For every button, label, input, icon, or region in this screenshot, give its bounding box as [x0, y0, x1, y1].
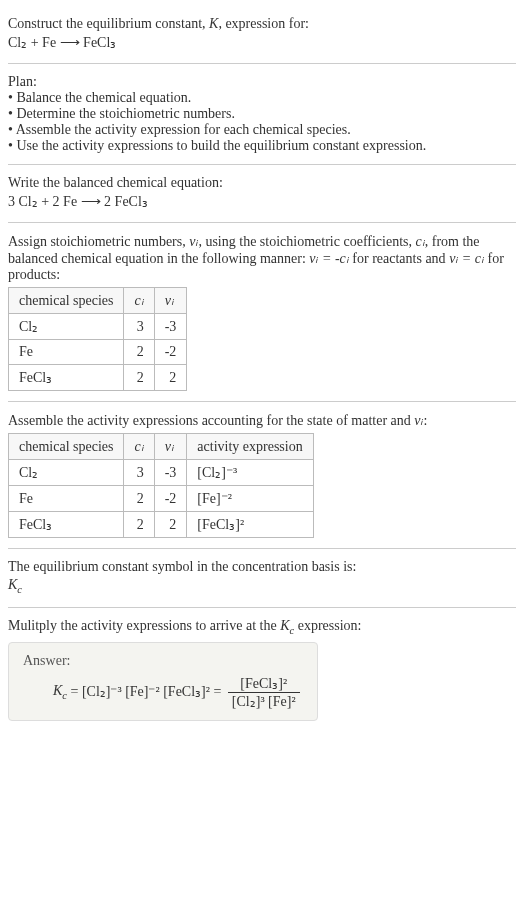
col-species: chemical species: [9, 288, 124, 314]
cell-activity: [Fe]⁻²: [187, 486, 313, 512]
c-symbol: cᵢ: [416, 234, 425, 249]
col-species: chemical species: [9, 434, 124, 460]
cell-species: Fe: [9, 340, 124, 365]
cell-c: 2: [124, 486, 154, 512]
balanced-equation: 3 Cl₂ + 2 Fe ⟶ 2 FeCl₃: [8, 193, 516, 210]
cell-nu: -3: [154, 460, 187, 486]
plan-section: Plan: • Balance the chemical equation. •…: [8, 68, 516, 160]
cell-nu: -2: [154, 340, 187, 365]
table-row: FeCl₃ 2 2 [FeCl₃]²: [9, 512, 314, 538]
fraction-denominator: [Cl₂]³ [Fe]²: [228, 693, 300, 710]
multiply-heading: Mulitply the activity expressions to arr…: [8, 618, 516, 636]
stoich-text: for reactants and: [349, 251, 449, 266]
answer-label: Answer:: [23, 653, 303, 669]
col-nu: νᵢ: [154, 434, 187, 460]
col-activity: activity expression: [187, 434, 313, 460]
divider: [8, 548, 516, 549]
title-prefix: Construct the equilibrium constant,: [8, 16, 209, 31]
table-row: Fe 2 -2 [Fe]⁻²: [9, 486, 314, 512]
nu-symbol: νᵢ: [414, 413, 423, 428]
kc-symbol-section: The equilibrium constant symbol in the c…: [8, 553, 516, 603]
kc-symbol: Kc: [8, 577, 516, 595]
answer-lhs: = [Cl₂]⁻³ [Fe]⁻² [FeCl₃]² =: [67, 683, 225, 698]
balanced-section: Write the balanced chemical equation: 3 …: [8, 169, 516, 218]
divider: [8, 164, 516, 165]
cell-species: Cl₂: [9, 460, 124, 486]
balanced-heading: Write the balanced chemical equation:: [8, 175, 516, 191]
cell-c: 3: [124, 460, 154, 486]
plan-heading: Plan:: [8, 74, 516, 90]
cell-species: Cl₂: [9, 314, 124, 340]
multiply-text: expression:: [294, 618, 361, 633]
activity-text: Assemble the activity expressions accoun…: [8, 413, 414, 428]
cell-species: FeCl₃: [9, 512, 124, 538]
col-nu: νᵢ: [154, 288, 187, 314]
activity-heading: Assemble the activity expressions accoun…: [8, 412, 516, 429]
title-line: Construct the equilibrium constant, K, e…: [8, 16, 516, 32]
divider: [8, 222, 516, 223]
cell-activity: [FeCl₃]²: [187, 512, 313, 538]
cell-activity: [Cl₂]⁻³: [187, 460, 313, 486]
divider: [8, 401, 516, 402]
title-k: K: [209, 16, 218, 31]
cell-nu: -3: [154, 314, 187, 340]
divider: [8, 63, 516, 64]
activity-table: chemical species cᵢ νᵢ activity expressi…: [8, 433, 314, 538]
answer-box: Answer: Kc = [Cl₂]⁻³ [Fe]⁻² [FeCl₃]² = […: [8, 642, 318, 721]
table-row: FeCl₃ 2 2: [9, 365, 187, 391]
plan-item: • Balance the chemical equation.: [8, 90, 516, 106]
table-row: Cl₂ 3 -3: [9, 314, 187, 340]
stoich-heading: Assign stoichiometric numbers, νᵢ, using…: [8, 233, 516, 283]
cell-species: Fe: [9, 486, 124, 512]
unbalanced-equation: Cl₂ + Fe ⟶ FeCl₃: [8, 34, 516, 51]
stoich-table: chemical species cᵢ νᵢ Cl₂ 3 -3 Fe 2 -2 …: [8, 287, 187, 391]
multiply-section: Mulitply the activity expressions to arr…: [8, 612, 516, 727]
stoich-section: Assign stoichiometric numbers, νᵢ, using…: [8, 227, 516, 397]
col-c: cᵢ: [124, 434, 154, 460]
problem-statement: Construct the equilibrium constant, K, e…: [8, 8, 516, 59]
multiply-text: Mulitply the activity expressions to arr…: [8, 618, 280, 633]
table-row: Cl₂ 3 -3 [Cl₂]⁻³: [9, 460, 314, 486]
fraction-numerator: [FeCl₃]²: [228, 675, 300, 693]
divider: [8, 607, 516, 608]
activity-text: :: [424, 413, 428, 428]
table-row: Fe 2 -2: [9, 340, 187, 365]
relation: νᵢ = cᵢ: [449, 251, 484, 266]
title-suffix: , expression for:: [218, 16, 309, 31]
answer-expression: Kc = [Cl₂]⁻³ [Fe]⁻² [FeCl₃]² = [FeCl₃]²[…: [53, 675, 303, 710]
table-header-row: chemical species cᵢ νᵢ activity expressi…: [9, 434, 314, 460]
stoich-text: , using the stoichiometric coefficients,: [198, 234, 415, 249]
cell-c: 3: [124, 314, 154, 340]
cell-nu: -2: [154, 486, 187, 512]
activity-section: Assemble the activity expressions accoun…: [8, 406, 516, 544]
kc-inline: Kc: [280, 618, 294, 633]
plan-item: • Assemble the activity expression for e…: [8, 122, 516, 138]
cell-species: FeCl₃: [9, 365, 124, 391]
cell-c: 2: [124, 340, 154, 365]
plan-item: • Use the activity expressions to build …: [8, 138, 516, 154]
cell-c: 2: [124, 512, 154, 538]
plan-item: • Determine the stoichiometric numbers.: [8, 106, 516, 122]
relation: νᵢ = -cᵢ: [309, 251, 349, 266]
cell-c: 2: [124, 365, 154, 391]
answer-fraction: [FeCl₃]²[Cl₂]³ [Fe]²: [228, 675, 300, 710]
col-c: cᵢ: [124, 288, 154, 314]
table-header-row: chemical species cᵢ νᵢ: [9, 288, 187, 314]
kc-lhs: Kc: [53, 683, 67, 698]
cell-nu: 2: [154, 365, 187, 391]
cell-nu: 2: [154, 512, 187, 538]
stoich-text: Assign stoichiometric numbers,: [8, 234, 189, 249]
kc-symbol-heading: The equilibrium constant symbol in the c…: [8, 559, 516, 575]
